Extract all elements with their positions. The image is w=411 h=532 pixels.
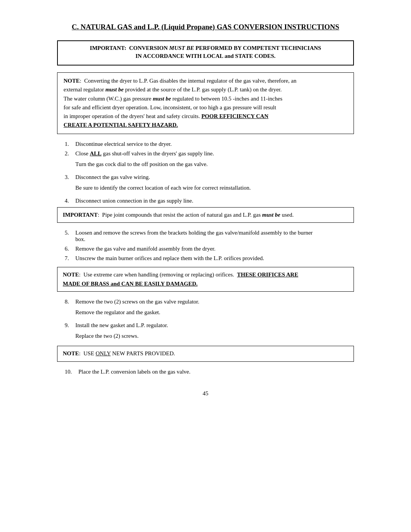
- step-8-sub: Remove the regulator and the gasket.: [57, 308, 354, 317]
- list-item-3: 3. Disconnect the gas valve wiring.: [57, 174, 354, 181]
- list-item-4: 4. Disconnect union connection in the ga…: [57, 198, 354, 204]
- steps-list-3: 8. Remove the two (2) screws on the gas …: [57, 299, 354, 341]
- step-3-sub: Be sure to identify the correct location…: [57, 184, 354, 192]
- list-item-10: 10. Place the L.P. conversion labels on …: [57, 369, 354, 375]
- list-item-8: 8. Remove the two (2) screws on the gas …: [57, 299, 354, 305]
- page-title: C. NATURAL GAS and L.P. (Liquid Propane)…: [57, 23, 354, 31]
- list-item-2: 2. Close ALL gas shut-off valves in the …: [57, 150, 354, 157]
- step-2-sub: Turn the gas cock dial to the off positi…: [57, 160, 354, 169]
- note-box-1-para6: CREATE A POTENTIAL SAFETY HAZARD.: [64, 121, 347, 129]
- important-box-2: IMPORTANT: Pipe joint compounds that res…: [57, 207, 354, 223]
- note-box-1-para5: in improper operation of the dryers' hea…: [64, 112, 347, 121]
- steps-list-1: 1. Discontinue electrical service to the…: [57, 141, 354, 204]
- note-box-1-para3: The water column (W.C.) gas pressure mus…: [64, 94, 347, 103]
- list-item-7: 7. Unscrew the main burner orifices and …: [57, 255, 354, 262]
- note-box-1-para2: external regulator must be provided at t…: [64, 85, 347, 94]
- important-box-1-line2: IN ACCORDANCE WITH LOCAL and STATE CODES…: [64, 53, 347, 59]
- title-text: C. NATURAL GAS and L.P. (Liquid Propane)…: [72, 23, 339, 31]
- note-box-2-line2: MADE OF BRASS and CAN BE EASILY DAMAGED.: [63, 280, 348, 288]
- list-item-1: 1. Discontinue electrical service to the…: [57, 141, 354, 147]
- page-number: 45: [57, 390, 354, 397]
- note-box-1: NOTE: Converting the dryer to L.P. Gas d…: [57, 72, 354, 134]
- step-9-sub: Replace the two (2) screws.: [57, 332, 354, 340]
- steps-list-4: 10. Place the L.P. conversion labels on …: [57, 369, 354, 375]
- important-box-1: IMPORTANT: CONVERSION MUST BE PERFORMED …: [57, 40, 354, 66]
- important-box-1-line1: IMPORTANT: CONVERSION MUST BE PERFORMED …: [64, 45, 347, 51]
- list-item-9: 9. Install the new gasket and L.P. regul…: [57, 322, 354, 329]
- note-box-2: NOTE: Use extreme care when handling (re…: [57, 267, 354, 292]
- page-content: C. NATURAL GAS and L.P. (Liquid Propane)…: [57, 15, 354, 404]
- steps-list-2: 5. Loosen and remove the screws from the…: [57, 230, 354, 262]
- note-box-1-para1: NOTE: Converting the dryer to L.P. Gas d…: [64, 77, 347, 85]
- note-box-2-line1: NOTE: Use extreme care when handling (re…: [63, 270, 348, 279]
- note-box-3: NOTE: USE ONLY NEW PARTS PROVIDED.: [57, 346, 354, 361]
- note-box-1-para4: for safe and efficient dryer operation. …: [64, 103, 347, 112]
- list-item-5: 5. Loosen and remove the screws from the…: [57, 230, 354, 243]
- list-item-6: 6. Remove the gas valve and manifold ass…: [57, 246, 354, 252]
